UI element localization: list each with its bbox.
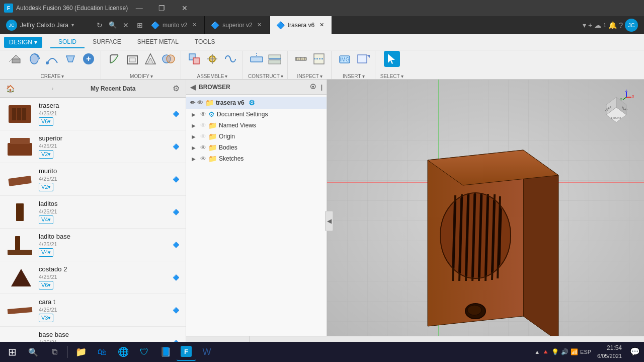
list-item[interactable]: trasera 4/25/21 V6▾ 🔷 xyxy=(0,98,186,130)
insert-decal-icon[interactable]: IMG xyxy=(337,51,353,67)
browser-collapse-button[interactable]: ◀ xyxy=(190,83,196,91)
insert-canvas-icon[interactable] xyxy=(355,51,371,67)
minimize-button[interactable]: — xyxy=(128,0,150,16)
list-item[interactable]: superior 4/25/21 V2▾ 🔷 xyxy=(0,130,186,163)
browser-lock-button[interactable]: ⦿ xyxy=(310,84,316,91)
list-item[interactable]: cara t 4/25/21 V3▾ 🔷 xyxy=(0,294,186,327)
file-version[interactable]: V3▾ xyxy=(39,314,53,322)
design-button[interactable]: DESIGN ▾ xyxy=(4,37,42,48)
tab-surface[interactable]: SURFACE xyxy=(85,36,129,48)
settings-gear-icon[interactable]: ⚙ xyxy=(173,84,180,93)
expand-icon-bodies[interactable]: ▶ xyxy=(190,144,197,151)
tray-arrow[interactable]: ▲ xyxy=(534,349,540,355)
inspect-label[interactable]: INSPECT▾ xyxy=(297,74,323,79)
expand-icon-sketches[interactable]: ▶ xyxy=(190,155,197,162)
visibility-icon-sketches[interactable]: 👁 xyxy=(200,155,206,162)
assemble-joint-icon[interactable] xyxy=(204,51,220,67)
help-button[interactable]: ? xyxy=(619,21,623,29)
file-version[interactable]: V2▾ xyxy=(39,183,53,191)
visibility-icon-bodies[interactable]: 👁 xyxy=(200,144,206,151)
browser-collapse-handle[interactable]: ◀ xyxy=(325,211,333,231)
file-version[interactable]: V4▾ xyxy=(39,248,53,257)
taskbar-app-explorer[interactable]: 📁 xyxy=(71,343,91,361)
root-settings-icon[interactable]: ⚙ xyxy=(249,99,255,107)
close-button[interactable]: ✕ xyxy=(173,0,196,16)
expand-icon-views[interactable]: ▶ xyxy=(190,122,197,129)
user-avatar-small[interactable]: JC xyxy=(625,19,638,32)
nav-cube[interactable]: FRONT LEFT TOP X Z Y xyxy=(599,90,634,125)
tab-murito-close[interactable]: ✕ xyxy=(190,21,198,29)
create-revolve-icon[interactable] xyxy=(26,51,42,67)
restore-button[interactable]: ❐ xyxy=(150,0,173,16)
browser-root-node[interactable]: ✏ 👁 📁 trasera v6 ⚙ xyxy=(186,97,327,109)
inspect-section-icon[interactable] xyxy=(311,51,327,67)
home-icon[interactable]: 🏠 xyxy=(6,85,15,93)
list-item[interactable]: ladito base 4/25/21 V4▾ 🔷 xyxy=(0,229,186,261)
browser-node-named-views[interactable]: ▶ 👁 📁 Named Views xyxy=(186,120,327,131)
browser-node-document-settings[interactable]: ▶ 👁 ⚙ Document Settings xyxy=(186,109,327,120)
taskbar-app-edge[interactable]: 🌐 xyxy=(113,343,133,361)
close-all-button[interactable]: ✕ xyxy=(121,20,131,30)
select-icon[interactable] xyxy=(384,51,400,67)
assemble-label[interactable]: ASSEMBLE▾ xyxy=(197,74,228,79)
modify-fillet-icon[interactable] xyxy=(106,51,122,67)
root-visibility-icon[interactable]: 👁 xyxy=(197,99,203,106)
expand-icon-doc[interactable]: ▶ xyxy=(190,111,197,118)
construct-midplane-icon[interactable] xyxy=(267,51,283,67)
tab-trasera-close[interactable]: ✕ xyxy=(317,21,326,29)
construct-label[interactable]: CONSTRUCT▾ xyxy=(248,74,283,79)
visibility-icon-origin[interactable]: 👁 xyxy=(200,133,206,140)
tab-trasera[interactable]: 🔷 trasera v6 ✕ xyxy=(270,16,332,34)
browser-pin-button[interactable]: | xyxy=(321,84,323,91)
tab-sheet-metal[interactable]: SHEET METAL xyxy=(129,36,187,48)
viewport[interactable]: FRONT LEFT TOP X Z Y xyxy=(327,80,644,336)
browser-node-sketches[interactable]: ▶ 👁 📁 Sketches xyxy=(186,153,327,164)
assemble-motion-icon[interactable] xyxy=(222,51,238,67)
create-label[interactable]: CREATE▾ xyxy=(41,74,64,79)
select-label[interactable]: SELECT▾ xyxy=(380,74,404,79)
modify-shell-icon[interactable] xyxy=(124,51,140,67)
file-version[interactable]: V6▾ xyxy=(39,281,53,289)
clock[interactable]: 21:54 6/05/2021 xyxy=(593,344,626,359)
modify-scale-icon[interactable] xyxy=(142,51,158,67)
dropdown-arrow-user[interactable]: ▾ xyxy=(71,22,74,28)
start-button[interactable]: ⊞ xyxy=(2,343,22,361)
taskbar-app-word[interactable]: W xyxy=(197,343,217,361)
modify-combine-icon[interactable] xyxy=(160,51,177,67)
notifications-button[interactable]: 🔔 xyxy=(608,21,617,29)
tab-solid[interactable]: SOLID xyxy=(50,36,85,48)
tab-superior-close[interactable]: ✕ xyxy=(256,21,264,29)
insert-label[interactable]: INSERT▾ xyxy=(343,74,365,79)
assemble-new-comp-icon[interactable] xyxy=(186,51,202,67)
file-version[interactable]: V6▾ xyxy=(39,117,53,126)
create-extrude-icon[interactable] xyxy=(8,51,24,67)
visibility-icon-views[interactable]: 👁 xyxy=(200,122,206,129)
construct-offset-plane-icon[interactable] xyxy=(249,51,265,67)
file-version[interactable]: V4▾ xyxy=(39,215,53,224)
task-view-button[interactable]: ⧉ xyxy=(44,343,64,361)
tab-superior[interactable]: 🔷 superior v2 ✕ xyxy=(205,16,270,34)
tab-murito[interactable]: 🔷 murito v2 ✕ xyxy=(145,16,205,34)
tab-tools[interactable]: TOOLS xyxy=(187,36,223,48)
inspect-measure-icon[interactable] xyxy=(293,51,309,67)
tab-overflow-button[interactable]: ▾ xyxy=(583,21,586,29)
create-sweep-icon[interactable] xyxy=(44,51,60,67)
modify-label[interactable]: MODIFY▾ xyxy=(130,74,153,79)
expand-icon-origin[interactable]: ▶ xyxy=(190,133,197,140)
create-loft-icon[interactable] xyxy=(62,51,78,67)
design-dropdown-arrow[interactable]: ▾ xyxy=(34,39,37,46)
new-tab-button[interactable]: + xyxy=(588,21,592,29)
browser-node-bodies[interactable]: ▶ 👁 📁 Bodies xyxy=(186,142,327,153)
notification-button[interactable]: 💬 xyxy=(628,347,642,356)
taskbar-app-fusion[interactable]: F xyxy=(177,343,196,361)
list-item[interactable]: murito 4/25/21 V2▾ 🔷 xyxy=(0,163,186,196)
search-button[interactable]: 🔍 xyxy=(107,20,119,30)
search-button[interactable]: 🔍 xyxy=(23,343,43,361)
visibility-icon-doc[interactable]: 👁 xyxy=(200,111,206,118)
list-item[interactable]: costado 2 4/25/21 V6▾ 🔷 xyxy=(0,261,186,294)
taskbar-app-teams[interactable]: 📘 xyxy=(155,343,176,361)
create-add-icon[interactable]: + xyxy=(80,51,97,67)
list-item[interactable]: laditos 4/25/21 V4▾ 🔷 xyxy=(0,196,186,229)
grid-view-button[interactable]: ⊞ xyxy=(135,20,145,30)
browser-node-origin[interactable]: ▶ 👁 📁 Origin xyxy=(186,131,327,142)
